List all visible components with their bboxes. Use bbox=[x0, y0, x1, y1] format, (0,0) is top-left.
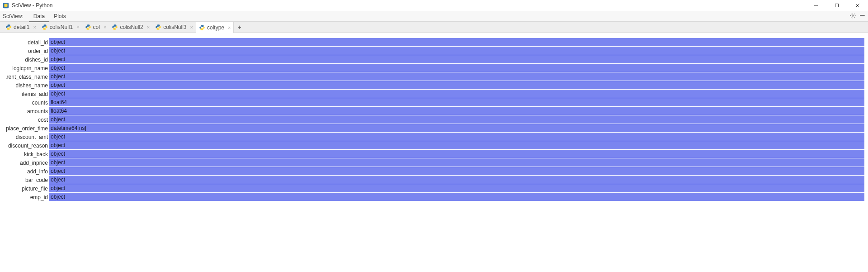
row-key: emp_id bbox=[6, 193, 49, 201]
python-icon bbox=[85, 24, 91, 30]
row-value[interactable]: object bbox=[49, 47, 864, 55]
svg-point-8 bbox=[7, 25, 8, 25]
row-key: kick_back bbox=[6, 150, 49, 158]
table-row[interactable]: add_infoobject bbox=[6, 167, 864, 176]
python-icon bbox=[155, 24, 161, 30]
row-value[interactable]: object bbox=[49, 141, 864, 150]
table-row[interactable]: place_order_timedatetime64[ns] bbox=[6, 124, 864, 133]
row-key: dishes_id bbox=[6, 55, 49, 64]
svg-point-9 bbox=[9, 29, 10, 29]
row-value[interactable]: object bbox=[49, 150, 864, 158]
row-value[interactable]: float64 bbox=[49, 107, 864, 115]
python-icon bbox=[112, 24, 118, 30]
file-tab-detail1[interactable]: detail1× bbox=[3, 22, 39, 33]
python-icon bbox=[5, 24, 12, 30]
file-tab-colisNull3[interactable]: colisNull3× bbox=[152, 22, 196, 33]
row-key: detail_id bbox=[6, 38, 49, 47]
maximize-button[interactable] bbox=[826, 0, 847, 11]
table-row[interactable]: dishes_nameobject bbox=[6, 81, 864, 90]
table-row[interactable]: logicprn_nameobject bbox=[6, 64, 864, 72]
table-row[interactable]: dishes_idobject bbox=[6, 55, 864, 64]
python-icon bbox=[199, 24, 205, 31]
close-icon[interactable]: × bbox=[147, 24, 150, 30]
table-row[interactable]: countsfloat64 bbox=[6, 98, 864, 107]
svg-rect-3 bbox=[835, 4, 839, 7]
row-value[interactable]: object bbox=[49, 55, 864, 64]
row-value[interactable]: object bbox=[49, 176, 864, 184]
table-row[interactable]: emp_idobject bbox=[6, 193, 864, 201]
row-value[interactable]: object bbox=[49, 81, 864, 90]
svg-point-19 bbox=[203, 29, 203, 29]
hide-icon[interactable] bbox=[859, 13, 865, 20]
file-tab-coltype[interactable]: coltype× bbox=[196, 22, 234, 33]
sciview-toolbar: SciView: DataPlots bbox=[0, 11, 868, 22]
close-icon[interactable]: × bbox=[190, 24, 193, 30]
app-icon bbox=[3, 2, 9, 9]
row-key: picture_file bbox=[6, 184, 49, 193]
row-key: add_inprice bbox=[6, 158, 49, 167]
row-key: counts bbox=[6, 98, 49, 107]
python-icon bbox=[42, 24, 48, 30]
svg-point-6 bbox=[852, 14, 854, 16]
svg-point-15 bbox=[116, 29, 116, 29]
row-value[interactable]: object bbox=[49, 167, 864, 176]
row-key: place_order_time bbox=[6, 124, 49, 133]
table-row[interactable]: picture_fileobject bbox=[6, 184, 864, 193]
row-value[interactable]: object bbox=[49, 64, 864, 72]
window-title: SciView - Python bbox=[12, 2, 53, 9]
file-tab-colisNull1[interactable]: colisNull1× bbox=[39, 22, 82, 33]
titlebar: SciView - Python bbox=[0, 0, 868, 11]
svg-point-12 bbox=[87, 25, 87, 25]
table-row[interactable]: detail_idobject bbox=[6, 38, 864, 47]
table-row[interactable]: kick_backobject bbox=[6, 150, 864, 158]
tool-tab-plots[interactable]: Plots bbox=[49, 11, 71, 21]
file-tab-label: detail1 bbox=[14, 24, 29, 30]
row-value[interactable]: object bbox=[49, 133, 864, 141]
row-value[interactable]: object bbox=[49, 90, 864, 98]
file-tab-col[interactable]: col× bbox=[82, 22, 109, 33]
table-row[interactable]: order_idobject bbox=[6, 47, 864, 55]
table-row[interactable]: discount_amtobject bbox=[6, 133, 864, 141]
table-row[interactable]: parent_class_nameobject bbox=[6, 72, 864, 81]
gear-icon[interactable] bbox=[850, 13, 856, 20]
row-value[interactable]: float64 bbox=[49, 98, 864, 107]
file-tab-colisNull2[interactable]: colisNull2× bbox=[109, 22, 152, 33]
svg-point-17 bbox=[159, 29, 160, 29]
row-key: itemis_add bbox=[6, 90, 49, 98]
row-value[interactable]: object bbox=[49, 184, 864, 193]
svg-point-11 bbox=[46, 29, 46, 29]
file-tab-label: coltype bbox=[207, 24, 224, 31]
add-tab-button[interactable]: + bbox=[234, 24, 245, 31]
row-key: discount_amt bbox=[6, 133, 49, 141]
svg-rect-1 bbox=[5, 4, 8, 7]
tool-tab-data[interactable]: Data bbox=[29, 11, 49, 22]
file-tab-label: colisNull2 bbox=[120, 24, 143, 30]
table-row[interactable]: amountsfloat64 bbox=[6, 107, 864, 115]
data-grid: detail_idobjectorder_idobjectdishes_idob… bbox=[0, 33, 868, 205]
file-tab-strip: detail1×colisNull1×col×colisNull2×colisN… bbox=[0, 22, 868, 33]
row-key: amounts bbox=[6, 107, 49, 115]
close-icon[interactable]: × bbox=[104, 24, 106, 30]
minimize-button[interactable] bbox=[806, 0, 826, 11]
close-button[interactable] bbox=[847, 0, 868, 11]
table-row[interactable]: itemis_addobject bbox=[6, 90, 864, 98]
row-value[interactable]: object bbox=[49, 72, 864, 81]
row-key: discount_reason bbox=[6, 141, 49, 150]
table-row[interactable]: discount_reasonobject bbox=[6, 141, 864, 150]
close-icon[interactable]: × bbox=[228, 25, 231, 30]
row-key: bar_code bbox=[6, 176, 49, 184]
table-row[interactable]: add_inpriceobject bbox=[6, 158, 864, 167]
row-value[interactable]: datetime64[ns] bbox=[49, 124, 864, 133]
table-row[interactable]: costobject bbox=[6, 115, 864, 124]
row-value[interactable]: object bbox=[49, 193, 864, 201]
row-value[interactable]: object bbox=[49, 115, 864, 124]
close-icon[interactable]: × bbox=[76, 24, 79, 30]
row-key: add_info bbox=[6, 167, 49, 176]
row-value[interactable]: object bbox=[49, 38, 864, 47]
close-icon[interactable]: × bbox=[33, 24, 36, 30]
file-tab-label: col bbox=[93, 24, 100, 30]
table-row[interactable]: bar_codeobject bbox=[6, 176, 864, 184]
row-value[interactable]: object bbox=[49, 158, 864, 167]
file-tab-label: colisNull1 bbox=[50, 24, 73, 30]
svg-point-18 bbox=[201, 25, 201, 26]
